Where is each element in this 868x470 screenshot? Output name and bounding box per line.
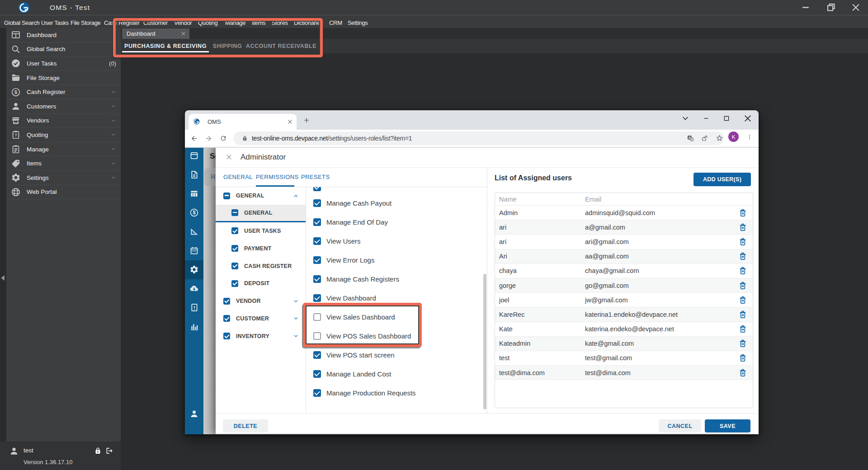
- rail-calendar-icon[interactable]: [189, 246, 199, 255]
- rail-ruler-triangle-icon[interactable]: [189, 227, 199, 236]
- share-icon[interactable]: [701, 135, 708, 142]
- delete-user-trash-icon[interactable]: [738, 223, 747, 232]
- delete-user-trash-icon[interactable]: [738, 208, 747, 217]
- add-users-button[interactable]: ADD USER(S): [693, 173, 751, 186]
- browser-maximize-button[interactable]: [720, 114, 733, 123]
- browser-tab[interactable]: OMS: [189, 114, 297, 130]
- menu-item-settings[interactable]: Settings: [348, 15, 368, 28]
- checkbox-checked[interactable]: [313, 218, 321, 226]
- browser-tab-close-icon[interactable]: [287, 119, 293, 125]
- sidebar-item-items[interactable]: Items: [6, 156, 121, 171]
- tree-item-vendor[interactable]: VENDOR: [216, 292, 306, 310]
- menu-item-user-tasks[interactable]: User Tasks: [41, 15, 69, 28]
- checkbox-checked[interactable]: [313, 389, 321, 397]
- sidebar-item-file-storage[interactable]: File Storage: [6, 71, 121, 85]
- tree-item-cash-register[interactable]: CASH REGISTER: [216, 257, 306, 275]
- delete-user-trash-icon[interactable]: [738, 237, 747, 246]
- permissions-scrollbar[interactable]: [483, 274, 486, 409]
- sidebar-item-vendors[interactable]: Vendors: [6, 114, 121, 128]
- checkbox-checked[interactable]: [313, 351, 321, 359]
- chevron-down-icon[interactable]: [293, 333, 299, 339]
- rail-table-columns-icon[interactable]: [189, 189, 199, 198]
- checkbox-checked[interactable]: [223, 333, 230, 339]
- sidebar-item-manage[interactable]: Manage: [6, 142, 121, 157]
- rail-cloud-download-icon[interactable]: [189, 284, 199, 293]
- bookmark-star-icon[interactable]: [716, 134, 723, 142]
- checkbox-checked[interactable]: [231, 280, 238, 287]
- browser-tab-search-icon[interactable]: [679, 114, 692, 123]
- chevron-up-icon[interactable]: [293, 193, 299, 199]
- tree-item-deposit[interactable]: DEPOSIT: [216, 275, 306, 292]
- browser-profile-avatar[interactable]: K: [728, 132, 739, 142]
- tree-item-general[interactable]: GENERAL: [216, 205, 306, 222]
- new-tab-button[interactable]: [303, 117, 310, 123]
- checkbox-checked[interactable]: [313, 256, 321, 264]
- logout-icon[interactable]: [105, 447, 113, 455]
- delete-user-trash-icon[interactable]: [738, 296, 747, 305]
- window-restore-button[interactable]: [821, 0, 841, 15]
- browser-minimize-button[interactable]: [699, 114, 713, 123]
- window-minimize-button[interactable]: [796, 0, 816, 15]
- sidebar-collapse-arrow-icon[interactable]: [0, 275, 5, 281]
- tree-item-user-tasks[interactable]: USER TASKS: [216, 222, 306, 240]
- sidebar-item-cash-register[interactable]: $Cash Register: [6, 85, 121, 99]
- delete-button[interactable]: DELETE: [223, 419, 268, 432]
- browser-menu-kebab-icon[interactable]: [746, 133, 753, 141]
- chevron-down-icon[interactable]: [293, 298, 299, 304]
- translate-icon[interactable]: A: [687, 135, 694, 142]
- checkbox-checked[interactable]: [223, 298, 230, 305]
- back-icon[interactable]: [190, 135, 198, 142]
- checkbox-checked[interactable]: [313, 370, 321, 378]
- browser-close-button[interactable]: [741, 114, 755, 123]
- forward-icon[interactable]: [205, 135, 212, 142]
- sidebar-item-dashboard[interactable]: Dashboard: [6, 28, 121, 42]
- rail-document-icon[interactable]: [189, 170, 199, 179]
- delete-user-trash-icon[interactable]: [738, 266, 747, 275]
- clipped-checkbox[interactable]: [313, 187, 321, 191]
- sidebar-item-web-portal[interactable]: Web Portal: [6, 185, 121, 200]
- delete-user-trash-icon[interactable]: [738, 310, 747, 319]
- rail-bar-chart-icon[interactable]: [189, 322, 199, 331]
- sidebar-item-settings[interactable]: Settings: [6, 171, 121, 185]
- rail-window-icon[interactable]: [189, 151, 199, 160]
- checkbox-checked[interactable]: [313, 294, 321, 302]
- address-bar[interactable]: test-online-oms.devpace.net/settings/use…: [233, 132, 724, 145]
- menu-item-file-storage[interactable]: File Storage: [71, 15, 101, 28]
- tree-item-customer[interactable]: CUSTOMER: [216, 310, 306, 328]
- lock-session-icon[interactable]: [94, 447, 102, 455]
- window-close-button[interactable]: [846, 0, 866, 15]
- checkbox-checked[interactable]: [231, 227, 238, 234]
- checkbox-checked[interactable]: [313, 237, 321, 245]
- delete-user-trash-icon[interactable]: [738, 281, 747, 290]
- delete-user-trash-icon[interactable]: [738, 339, 747, 348]
- checkbox-indeterminate[interactable]: [223, 193, 230, 199]
- sidebar-item-global-search[interactable]: Global Search: [6, 42, 121, 57]
- modal-tab-presets[interactable]: PRESETS: [301, 168, 330, 187]
- delete-user-trash-icon[interactable]: [738, 252, 747, 261]
- checkbox-checked[interactable]: [313, 199, 321, 207]
- menu-item-crm[interactable]: CRM: [329, 15, 342, 28]
- sidebar-item-user-tasks[interactable]: User Tasks(0): [6, 56, 121, 71]
- checkbox-checked[interactable]: [313, 275, 321, 283]
- delete-user-trash-icon[interactable]: [738, 353, 747, 362]
- save-button[interactable]: SAVE: [705, 419, 750, 432]
- checkbox-checked[interactable]: [223, 315, 230, 322]
- chevron-down-icon[interactable]: [293, 315, 299, 321]
- modal-tab-permissions[interactable]: PERMISSIONS: [256, 168, 299, 187]
- delete-user-trash-icon[interactable]: [738, 368, 747, 377]
- rail-dollar-circle-icon[interactable]: $: [189, 208, 199, 217]
- sidebar-item-customers[interactable]: Customers: [6, 99, 121, 114]
- rail-doc-alert-icon[interactable]: [189, 303, 199, 312]
- reload-icon[interactable]: [220, 135, 227, 142]
- checkbox-indeterminate[interactable]: [231, 209, 238, 216]
- delete-user-trash-icon[interactable]: [738, 324, 747, 334]
- modal-tab-general[interactable]: GENERAL: [223, 168, 253, 187]
- modal-close-icon[interactable]: [226, 154, 232, 160]
- tree-item-general[interactable]: GENERAL: [216, 187, 306, 205]
- checkbox-checked[interactable]: [231, 245, 238, 252]
- menu-item-global-search[interactable]: Global Search: [4, 15, 39, 28]
- tree-item-inventory[interactable]: INVENTORY: [216, 327, 306, 345]
- rail-person-icon[interactable]: [189, 409, 199, 418]
- cancel-button[interactable]: CANCEL: [659, 419, 701, 432]
- rail-gear-icon[interactable]: [189, 265, 199, 274]
